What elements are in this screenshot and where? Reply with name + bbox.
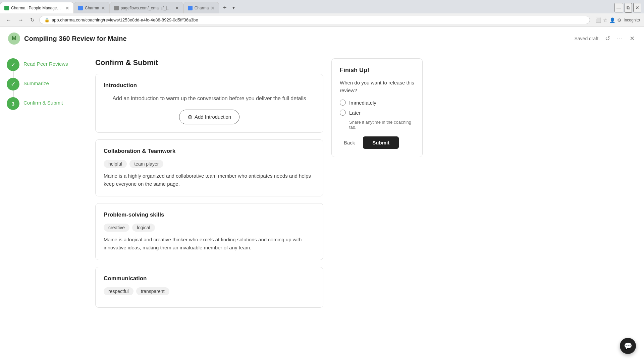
tag-team-player: team player <box>129 160 163 168</box>
lock-icon: 🔒 <box>44 17 50 22</box>
tab-overflow-button[interactable]: ▾ <box>230 2 237 13</box>
immediately-option[interactable]: Immediately <box>340 100 414 106</box>
header-right: Saved draft. ↺ ⋯ ✕ <box>575 34 636 44</box>
step-2-circle: ✓ <box>7 78 19 90</box>
more-options-button[interactable]: ⋯ <box>615 34 624 44</box>
confirm-submit-title: Confirm & Submit <box>95 58 323 67</box>
step-3-circle: 3 <box>7 97 19 110</box>
communication-heading: Communication <box>104 275 315 282</box>
sidebar-step-2: ✓ Summarize <box>7 78 80 90</box>
tab-1-title: Charma | People Management S... <box>11 6 63 10</box>
tab-3-favicon <box>114 6 119 10</box>
finish-question: When do you want to release this review? <box>340 79 414 94</box>
content-area: Confirm & Submit Introduction Add an int… <box>87 50 644 362</box>
collaboration-text: Maine is a highly organized and collabor… <box>104 172 315 188</box>
address-bar: ← → ↻ 🔒 app.charma.com/coaching/reviews/… <box>0 13 644 27</box>
header-left: M Compiling 360 Review for Maine <box>8 33 127 45</box>
sidebar-item-read-peer-reviews[interactable]: Read Peer Reviews <box>23 58 68 67</box>
problem-solving-heading: Problem-solving skills <box>104 212 315 218</box>
tag-helpful: helpful <box>104 160 127 168</box>
app-container: M Compiling 360 Review for Maine Saved d… <box>0 27 644 362</box>
cast-icon[interactable]: ⬜ <box>595 17 601 23</box>
new-tab-button[interactable]: + <box>219 2 230 13</box>
problem-solving-tags: creative logical <box>104 224 315 232</box>
tab-bar: Charma | People Management S... ✕ Charma… <box>0 0 644 13</box>
tab-1[interactable]: Charma | People Management S... ✕ <box>0 2 74 13</box>
browser-chrome: Charma | People Management S... ✕ Charma… <box>0 0 644 27</box>
tab-4-close[interactable]: ✕ <box>211 5 215 11</box>
back-nav-button[interactable]: ← <box>4 16 13 24</box>
chat-button[interactable]: 💬 <box>620 338 636 354</box>
collaboration-tags: helpful team player <box>104 160 315 168</box>
tab-2-title: Charma <box>85 6 99 10</box>
close-button[interactable]: ✕ <box>628 34 636 44</box>
tab-1-favicon <box>4 6 9 10</box>
sidebar-item-summarize[interactable]: Summarize <box>23 78 49 86</box>
plus-icon: ⊕ <box>187 113 193 121</box>
communication-section: Communication respectful transparent <box>95 267 323 308</box>
tag-respectful: respectful <box>104 287 133 295</box>
address-right-icons: ⬜ ☆ 👤 ⚙ Incognito <box>595 17 640 23</box>
main-content: ✓ Read Peer Reviews ✓ Summarize 3 Confir… <box>0 50 644 362</box>
sidebar-step-3: 3 Confirm & Submit <box>7 97 80 110</box>
minimize-button[interactable]: — <box>614 3 623 12</box>
tab-3[interactable]: pageflows.com/_emails/_j7fb5... ✕ <box>110 2 183 13</box>
collaboration-heading: Collaboration & Teamwork <box>104 148 315 155</box>
profile-icon[interactable]: 👤 <box>609 17 615 23</box>
tab-4-favicon <box>188 6 193 10</box>
chat-icon: 💬 <box>624 342 632 350</box>
communication-tags: respectful transparent <box>104 287 315 295</box>
avatar: M <box>8 33 20 45</box>
history-button[interactable]: ↺ <box>604 34 611 44</box>
collaboration-section: Collaboration & Teamwork helpful team pl… <box>95 139 323 196</box>
tab-2[interactable]: Charma ✕ <box>74 2 110 13</box>
add-introduction-button[interactable]: ⊕ Add Introduction <box>179 110 239 124</box>
forward-nav-button[interactable]: → <box>16 16 25 24</box>
tab-4[interactable]: Charma ✕ <box>183 2 219 13</box>
immediately-label: Immediately <box>349 100 376 106</box>
sidebar: ✓ Read Peer Reviews ✓ Summarize 3 Confir… <box>0 50 87 362</box>
introduction-section: Introduction Add an introduction to warm… <box>95 74 323 133</box>
tab-4-title: Charma <box>195 6 209 10</box>
tab-2-favicon <box>78 6 83 10</box>
reload-button[interactable]: ↻ <box>28 15 37 24</box>
immediately-radio[interactable] <box>340 100 346 106</box>
add-intro-label: Add Introduction <box>195 114 231 120</box>
restore-button[interactable]: ⧉ <box>625 3 632 13</box>
later-option[interactable]: Later <box>340 110 414 116</box>
submit-button[interactable]: Submit <box>363 136 399 149</box>
sidebar-step-1: ✓ Read Peer Reviews <box>7 58 80 71</box>
review-area: Confirm & Submit Introduction Add an int… <box>95 58 323 354</box>
right-panel: Finish Up! When do you want to release t… <box>323 58 431 354</box>
finish-actions: Back Submit <box>340 136 414 149</box>
later-radio[interactable] <box>340 110 346 116</box>
tab-1-close[interactable]: ✕ <box>65 5 69 11</box>
tag-creative: creative <box>104 224 129 232</box>
app-header: M Compiling 360 Review for Maine Saved d… <box>0 27 644 50</box>
step-1-circle: ✓ <box>7 58 19 71</box>
incognito-icon: Incognito <box>624 18 640 22</box>
later-sublabel: Share it anytime in the coaching tab. <box>349 120 414 130</box>
tag-transparent: transparent <box>136 287 169 295</box>
introduction-heading: Introduction <box>104 82 315 89</box>
tab-3-title: pageflows.com/_emails/_j7fb5... <box>121 6 173 10</box>
bookmark-icon[interactable]: ☆ <box>603 17 607 23</box>
problem-solving-section: Problem-solving skills creative logical … <box>95 203 323 260</box>
tab-2-close[interactable]: ✕ <box>101 5 105 11</box>
introduction-placeholder-text: Add an introduction to warm up the conve… <box>104 94 315 103</box>
window-controls: — ⧉ ✕ <box>612 2 644 13</box>
back-button[interactable]: Back <box>340 137 359 148</box>
tab-3-close[interactable]: ✕ <box>175 5 179 11</box>
problem-solving-text: Maine is a logical and creative thinker … <box>104 236 315 252</box>
later-label: Later <box>349 110 361 116</box>
saved-draft-label: Saved draft. <box>575 36 600 41</box>
extension-icon[interactable]: ⚙ <box>617 17 622 23</box>
finish-card: Finish Up! When do you want to release t… <box>331 58 423 157</box>
tag-logical: logical <box>132 224 155 232</box>
finish-title: Finish Up! <box>340 67 414 74</box>
address-text: app.charma.com/coaching/reviews/1253e8dd… <box>52 17 198 22</box>
sidebar-item-confirm-submit[interactable]: Confirm & Submit <box>23 97 63 106</box>
page-title: Compiling 360 Review for Maine <box>24 35 127 43</box>
address-field[interactable]: 🔒 app.charma.com/coaching/reviews/1253e8… <box>39 16 590 24</box>
window-close-button[interactable]: ✕ <box>633 3 641 12</box>
